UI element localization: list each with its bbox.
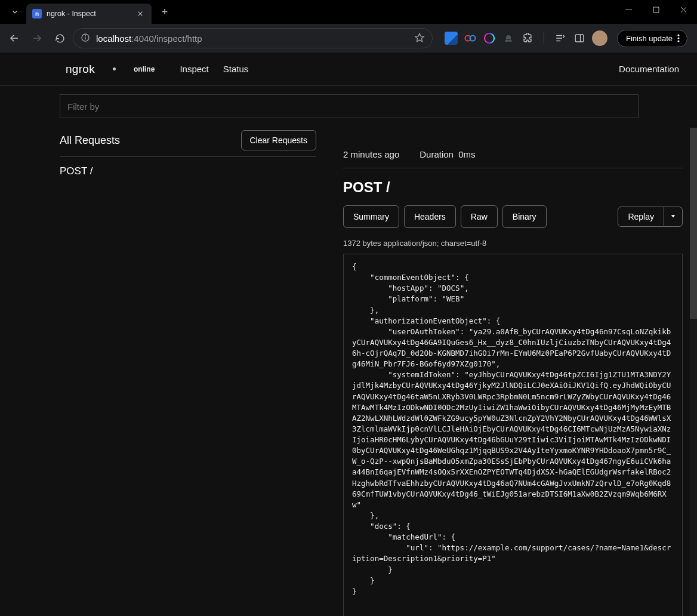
all-requests-heading: All Requests [60, 134, 120, 147]
extension-icon[interactable] [502, 32, 515, 45]
status-dot-icon [113, 67, 116, 70]
tab-binary[interactable]: Binary [502, 205, 547, 228]
browser-toolbar: localhost:4040/inspect/http Finish updat… [0, 24, 697, 53]
time-ago: 2 minutes ago [343, 149, 399, 159]
replay-button[interactable]: Replay [618, 207, 664, 227]
svg-rect-15 [575, 35, 584, 42]
svg-point-14 [485, 33, 494, 43]
duration: Duration 0ms [420, 149, 475, 159]
svg-point-19 [677, 40, 679, 42]
side-panel-icon[interactable] [573, 32, 586, 45]
nav-inspect[interactable]: Inspect [180, 64, 208, 74]
tab-title: ngrok - Inspect [47, 10, 96, 18]
request-meta: 2 minutes ago Duration 0ms [343, 149, 683, 168]
scrollbar-thumb[interactable] [690, 128, 697, 319]
requests-panel: All Requests Clear Requests POST / [0, 128, 329, 616]
extensions-puzzle-icon[interactable] [521, 32, 534, 45]
nav-status[interactable]: Status [223, 64, 249, 74]
extension-icons: Finish update [445, 30, 687, 47]
extension-icon[interactable] [464, 32, 477, 45]
status-online: online [134, 65, 155, 73]
favicon-icon: n [32, 9, 42, 19]
extension-icon[interactable] [445, 32, 458, 45]
request-title: POST / [343, 179, 683, 196]
tab-close-button[interactable] [135, 8, 146, 19]
separator [544, 32, 544, 44]
finish-update-label: Finish update [626, 34, 673, 43]
window-controls [615, 0, 697, 19]
bookmark-star-icon[interactable] [414, 32, 425, 45]
window-minimize-button[interactable] [615, 0, 642, 19]
browser-tab[interactable]: n ngrok - Inspect [26, 4, 152, 24]
new-tab-button[interactable]: + [156, 4, 173, 20]
clear-requests-button[interactable]: Clear Requests [241, 130, 317, 150]
browser-titlebar: n ngrok - Inspect + [0, 0, 697, 24]
brand-logo: ngrok [66, 63, 95, 76]
svg-point-17 [677, 34, 679, 36]
site-info-icon[interactable] [81, 33, 90, 44]
reading-list-icon[interactable] [554, 32, 567, 45]
window-maximize-button[interactable] [642, 0, 670, 19]
svg-point-10 [85, 35, 86, 36]
nav-back-button[interactable] [5, 29, 24, 48]
profile-avatar[interactable] [592, 30, 607, 46]
page: ngrok online Inspect Status Documentatio… [0, 53, 697, 616]
detail-tabs: Summary Headers Raw Binary Replay [343, 205, 683, 228]
tab-headers[interactable]: Headers [404, 205, 456, 228]
svg-rect-3 [653, 7, 659, 13]
tab-search-button[interactable] [6, 3, 24, 21]
address-bar[interactable]: localhost:4040/inspect/http [73, 28, 433, 48]
nav-reload-button[interactable] [50, 29, 69, 48]
svg-marker-11 [415, 33, 424, 42]
payload-body[interactable]: { "commonEventObject": { "hostApp": "DOC… [343, 254, 683, 616]
kebab-icon [677, 34, 680, 42]
svg-marker-20 [671, 215, 676, 217]
filter-input[interactable] [60, 94, 639, 118]
window-close-button[interactable] [670, 0, 697, 19]
ngrok-header: ngrok online Inspect Status Documentatio… [0, 53, 697, 86]
finish-update-button[interactable]: Finish update [617, 30, 687, 47]
scrollbar-track[interactable] [690, 128, 697, 616]
documentation-link[interactable]: Documentation [619, 64, 679, 74]
request-detail-panel: 2 minutes ago Duration 0ms POST / Summar… [329, 128, 697, 616]
tab-raw[interactable]: Raw [461, 205, 498, 228]
svg-point-18 [677, 37, 679, 39]
url-text: localhost:4040/inspect/http [96, 33, 202, 44]
request-item[interactable]: POST / [60, 163, 316, 180]
content-type-label: 1372 bytes application/json; charset=utf… [343, 239, 683, 248]
tab-summary[interactable]: Summary [343, 205, 399, 228]
replay-menu-button[interactable] [664, 207, 683, 227]
content-split: All Requests Clear Requests POST / 2 min… [0, 118, 697, 616]
request-list: POST / [60, 157, 316, 186]
extension-icon[interactable] [483, 32, 496, 45]
nav-forward-button[interactable] [27, 29, 47, 48]
